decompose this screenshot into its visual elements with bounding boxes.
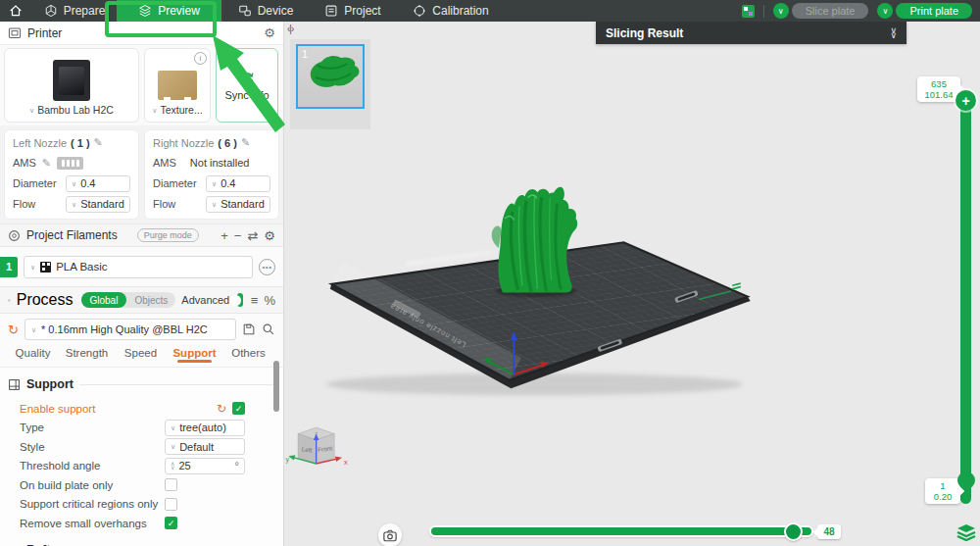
build-plate-select-card[interactable]: i ∨ Texture... <box>144 48 211 123</box>
home-button[interactable] <box>0 0 32 22</box>
edit-icon[interactable]: ✎ <box>241 136 250 149</box>
enable-support-checkbox[interactable]: ✓ <box>232 402 245 415</box>
tab-label: Prepare <box>64 4 106 18</box>
nav-cube[interactable]: z Left Front y x <box>285 427 348 467</box>
support-type-select[interactable]: ∨tree(auto) <box>165 420 245 436</box>
process-title: Process <box>17 291 74 309</box>
tab-quality[interactable]: Quality <box>6 345 60 359</box>
advanced-label: Advanced <box>181 294 229 306</box>
slicing-result-label: Slicing Result <box>606 26 683 40</box>
printer-select-card[interactable]: ∨ Bambu Lab H2C <box>4 48 139 123</box>
ams-status: Not installed <box>190 157 250 169</box>
double-chevron-down-icon[interactable]: ∨∨ <box>890 28 897 38</box>
add-filament-button[interactable]: + <box>220 229 228 242</box>
edit-icon[interactable]: ✎ <box>42 157 51 170</box>
plate-texture-image <box>158 71 197 100</box>
enable-support-reset-icon[interactable]: ↻ <box>217 402 226 416</box>
compare-presets-icon[interactable]: % <box>264 294 275 307</box>
info-icon[interactable]: i <box>194 52 207 65</box>
save-preset-icon[interactable] <box>242 323 256 336</box>
cube-left-face-label: Left <box>301 445 313 453</box>
tab-support-label: Support <box>172 347 216 359</box>
tab-device[interactable]: Device <box>221 0 310 22</box>
raft-title: Raft <box>26 543 50 546</box>
tab-strength[interactable]: Strength <box>60 345 114 359</box>
filament-more-button[interactable]: ••• <box>259 259 275 275</box>
right-flow-select[interactable]: ∨Standard <box>206 196 270 213</box>
speed-slider-track[interactable] <box>429 525 813 537</box>
print-plate-button[interactable]: Print plate <box>896 3 972 19</box>
right-nozzle-count: ( 6 ) <box>218 137 237 149</box>
right-flow-value: Standard <box>220 198 265 210</box>
tab-others[interactable]: Others <box>221 345 275 359</box>
chevron-down-icon: ∨ <box>212 201 217 208</box>
chevron-down-icon: ∨ <box>152 107 157 114</box>
layer-slider-bottom-handle[interactable] <box>957 472 975 489</box>
remove-filament-button[interactable]: − <box>234 229 242 242</box>
search-icon[interactable] <box>262 323 275 336</box>
filament-settings-gear-icon[interactable]: ⚙ <box>264 229 275 242</box>
right-diameter-select[interactable]: ∨0.4 <box>206 175 270 192</box>
collapse-panel-button[interactable]: ‹|› <box>287 24 293 34</box>
tab-label: Project <box>344 4 380 18</box>
bambu-studio-window: Prepare Preview Device Project Calibrati… <box>0 0 980 546</box>
spinner-arrows-icon[interactable]: ∧∨ <box>171 462 174 470</box>
threshold-angle-spinner[interactable]: ∧∨ 25 ° <box>165 458 245 474</box>
preset-name: * 0.16mm High Quality @BBL H2C <box>41 323 208 335</box>
tab-support[interactable]: Support <box>168 345 221 359</box>
advanced-toggle[interactable] <box>237 293 243 307</box>
enable-support-row: Enable support ↻ ✓ <box>0 399 283 419</box>
tab-preview[interactable]: Preview <box>117 0 221 22</box>
layers-view-icon[interactable] <box>956 523 976 541</box>
panel-scrollbar[interactable] <box>273 361 279 412</box>
purge-mode-button[interactable]: Purge mode <box>137 228 199 242</box>
remove-overhangs-row: Remove small overhangs ✓ <box>0 514 283 533</box>
ams-sync-icon[interactable]: ⇄ <box>247 229 258 242</box>
plate-thumbnail-1[interactable]: 1 <box>296 44 365 109</box>
snapshot-button[interactable] <box>378 523 402 546</box>
support-icon <box>8 378 21 391</box>
scope-objects-button[interactable]: Objects <box>126 295 175 306</box>
plate-name: Texture... <box>160 104 202 116</box>
layer-slider-track[interactable] <box>960 98 971 504</box>
printer-settings-gear-icon[interactable]: ⚙ <box>264 26 275 39</box>
ams-units-image[interactable] <box>57 157 83 170</box>
slice-plate-button[interactable]: Slice plate <box>792 3 869 19</box>
remove-overhangs-label: Remove small overhangs <box>20 518 147 529</box>
scene-3d: Left nozzle only area <box>284 22 980 546</box>
filament-select[interactable]: ∨ PLA Basic <box>24 256 253 278</box>
speed-slider-handle[interactable] <box>784 522 803 541</box>
threshold-angle-value: 25 <box>178 460 190 472</box>
edit-icon[interactable]: ✎ <box>94 136 103 149</box>
scope-global-button[interactable]: Global <box>81 292 127 308</box>
chevron-down-icon: ∨ <box>171 424 175 431</box>
support-style-select[interactable]: ∨Default <box>165 438 245 455</box>
left-flow-select[interactable]: ∨Standard <box>66 196 130 213</box>
tab-project[interactable]: Project <box>310 0 396 22</box>
model-tree[interactable] <box>492 187 578 293</box>
print-dropdown-button[interactable]: ∨ <box>877 3 893 19</box>
layer-slider-top-handle[interactable]: + <box>956 90 976 111</box>
remove-overhangs-checkbox[interactable]: ✓ <box>165 517 177 529</box>
slicing-result-bar[interactable]: Slicing Result ∨∨ <box>596 22 906 44</box>
tab-speed[interactable]: Speed <box>114 345 168 359</box>
layer-slider-bottom-tooltip: 1 0.20 <box>925 478 960 504</box>
build-plate-only-row: On build plate only <box>0 475 283 495</box>
enable-support-label: Enable support <box>20 403 95 415</box>
tab-prepare[interactable]: Prepare <box>32 0 117 22</box>
reset-preset-icon[interactable]: ↻ <box>8 323 19 337</box>
build-plate-only-checkbox[interactable] <box>165 478 177 491</box>
sync-info-button[interactable]: Sync info <box>216 48 278 123</box>
parameter-list-icon[interactable]: ≡ <box>251 294 259 307</box>
printer-name: Bambu Lab H2C <box>37 104 114 116</box>
diameter-label: Diameter <box>13 177 57 189</box>
tab-calibration[interactable]: Calibration <box>396 0 506 22</box>
left-diameter-select[interactable]: ∨0.4 <box>66 175 130 192</box>
process-preset-select[interactable]: ∨ * 0.16mm High Quality @BBL H2C <box>24 319 236 340</box>
sync-icon <box>239 71 255 86</box>
plate-settings-icon[interactable] <box>742 5 755 18</box>
slice-dropdown-button[interactable]: ∨ <box>773 3 789 19</box>
left-nozzle-card: Left Nozzle ( 1 ) ✎ AMS ✎ Diameter ∨0.4 … <box>4 129 139 220</box>
nozzle-settings: Left Nozzle ( 1 ) ✎ AMS ✎ Diameter ∨0.4 … <box>0 125 283 223</box>
critical-regions-checkbox[interactable] <box>165 498 177 511</box>
